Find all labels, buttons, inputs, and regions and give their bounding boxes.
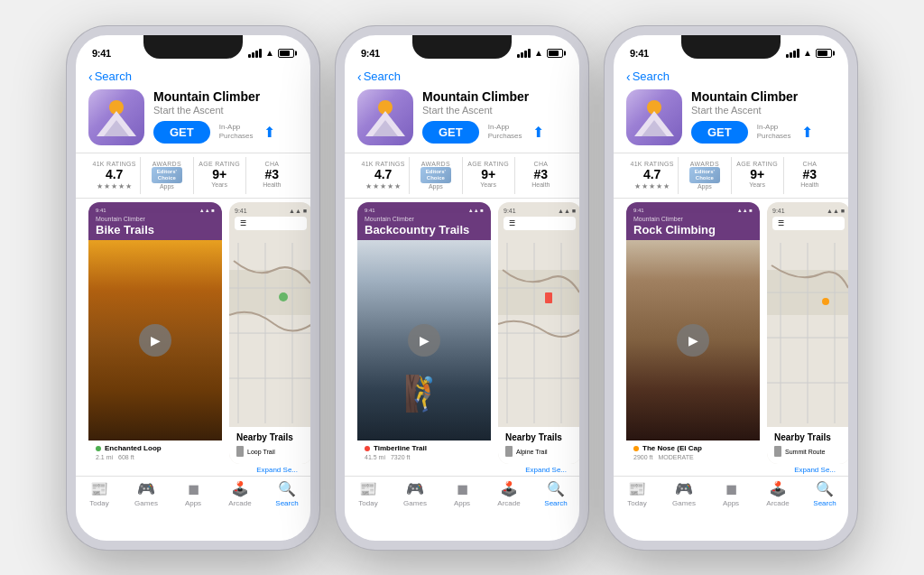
menu-icon-1: ☰ (240, 219, 246, 227)
tab-arcade-3[interactable]: 🕹️ Arcade (754, 480, 801, 507)
tab-search-3[interactable]: 🔍 Search (801, 480, 848, 507)
games-icon-3: 🎮 (675, 480, 693, 497)
awards-cell-1: AWARDS Editors' Choice Apps (141, 157, 193, 195)
svg-point-8 (279, 292, 288, 301)
app-header-3: ‹ Search Mountain Climber Start the A (614, 66, 848, 153)
ss-trail-info-1: Enchanted Loop 2.1 mi 608 ft (88, 441, 222, 464)
vol-up-btn-1 (67, 125, 69, 149)
tab-today-1[interactable]: 📰 Today (76, 480, 123, 507)
games-icon-2: 🎮 (406, 480, 424, 497)
nearby-header-2: Nearby Trails Alpine Trail (498, 427, 579, 464)
tab-search-1[interactable]: 🔍 Search (263, 480, 310, 507)
search-icon-2: 🔍 (547, 480, 565, 497)
expand-row-3[interactable]: Expand Se... (614, 464, 848, 476)
tab-games-3[interactable]: 🎮 Games (661, 480, 707, 507)
nearby-name-2: Alpine Trail (516, 449, 548, 455)
tab-games-1[interactable]: 🎮 Games (123, 480, 170, 507)
phone-frame-1: 9:41 ▲ ‹ Search (67, 26, 319, 550)
ss-image-3: ▶ (626, 240, 760, 441)
rating-cell-2: 41K RATINGS 4.7 ★★★★★ (357, 157, 410, 195)
back-label-2: Search (364, 70, 401, 83)
ratings-row-3: 41K RATINGS 4.7 ★★★★★ AWARDS Editors' Ch… (614, 153, 848, 199)
apps-icon-1: ◼ (188, 480, 199, 497)
notch-3 (681, 35, 781, 59)
rating-value-2: 4.7 (374, 167, 392, 182)
battery-icon-2 (547, 49, 563, 58)
tab-games-2[interactable]: 🎮 Games (392, 480, 439, 507)
nearby-title-2: Nearby Trails (505, 432, 574, 442)
app-action-row-1: GET In-App Purchases ⬆ (153, 121, 298, 144)
ss-mini-status-2: 9:41▲▲ ■ (365, 208, 484, 213)
signal-icon-3 (786, 49, 799, 58)
tab-apps-3[interactable]: ◼ Apps (707, 480, 754, 507)
phones-container: 9:41 ▲ ‹ Search (49, 8, 875, 568)
ss-app-name-1: Mountain Climber (96, 216, 215, 222)
tab-today-2[interactable]: 📰 Today (345, 480, 392, 507)
screenshot-secondary-2: 9:41▲▲ ■ ☰ Nearby Trails (498, 202, 579, 464)
app-title-block-2: Mountain Climber Start the Ascent GET In… (422, 89, 567, 144)
screenshot-main-3: 9:41▲▲ ■ Mountain Climber Rock Climbing … (626, 202, 760, 464)
star-1: ★ (97, 182, 103, 190)
tab-apps-1[interactable]: ◼ Apps (170, 480, 217, 507)
share-icon-1[interactable]: ⬆ (263, 124, 275, 141)
games-icon-1: 🎮 (137, 480, 155, 497)
chart-sub-1: Health (263, 181, 281, 188)
trail-name-row-2: Timberline Trail (365, 444, 484, 452)
star-3: ★ (111, 182, 117, 190)
trail-dist-1: 2.1 mi (96, 454, 113, 460)
app-icon-mountain-3 (634, 111, 674, 136)
back-search-2[interactable]: ‹ Search (357, 70, 567, 84)
nearby-title-1: Nearby Trails (236, 432, 305, 442)
map-header-2: 9:41▲▲ ■ ☰ (504, 208, 576, 230)
arcade-icon-2: 🕹️ (500, 480, 518, 497)
app-subtitle-2: Start the Ascent (422, 105, 567, 116)
age-cell-3: AGE RATING 9+ Years (732, 157, 784, 195)
notch-2 (412, 35, 512, 59)
screenshot-secondary-1: 9:41 ▲▲ ■ ☰ Nearby Trails (229, 202, 310, 464)
expand-row-1[interactable]: Expand Se... (76, 464, 310, 476)
share-icon-2[interactable]: ⬆ (532, 124, 544, 141)
trail-dot-3 (633, 446, 639, 451)
awards-cell-3: AWARDS Editors' Choice Apps (679, 157, 731, 195)
trail-stats-3: 2900 ft MODERATE (633, 454, 753, 460)
wifi-icon-1: ▲ (265, 48, 274, 58)
nearby-icon-3 (774, 446, 781, 457)
map-search-1: ☰ (235, 217, 307, 230)
tab-arcade-label-1: Arcade (228, 499, 251, 507)
vol-down-btn-1 (67, 156, 69, 180)
play-button-2[interactable]: ▶ (408, 324, 440, 357)
wifi-icon-3: ▲ (803, 48, 812, 58)
awards-cell-2: AWARDS Editors' Choice Apps (410, 157, 462, 195)
get-button-3[interactable]: GET (691, 121, 748, 144)
back-search-1[interactable]: ‹ Search (88, 70, 298, 84)
play-button-3[interactable]: ▶ (677, 324, 709, 357)
tab-arcade-2[interactable]: 🕹️ Arcade (485, 480, 532, 507)
ss-map-3: 9:41▲▲ ■ ☰ Nearby Trails (767, 202, 848, 464)
map-search-2: ☰ (504, 217, 576, 230)
tab-search-2[interactable]: 🔍 Search (532, 480, 579, 507)
phone-screen-1: 9:41 ▲ ‹ Search (76, 35, 310, 541)
ss-time-1: 9:41 (96, 208, 106, 213)
back-chevron-2: ‹ (357, 70, 362, 84)
tab-today-3[interactable]: 📰 Today (614, 480, 661, 507)
tab-apps-2[interactable]: ◼ Apps (439, 480, 485, 507)
app-icon-2 (357, 89, 413, 145)
get-button-2[interactable]: GET (422, 121, 479, 144)
app-subtitle-3: Start the Ascent (691, 105, 836, 116)
nearby-header-1: Nearby Trails Loop Trail (229, 427, 310, 464)
expand-row-2[interactable]: Expand Se... (345, 464, 579, 476)
awards-label-1: AWARDS (152, 161, 181, 167)
nearby-item-1: Loop Trail (236, 446, 305, 457)
play-button-1[interactable]: ▶ (139, 324, 171, 357)
vol-up-btn-2 (336, 125, 337, 149)
age-sub-1: Years (211, 181, 227, 188)
screenshot-row-2: 9:41▲▲ ■ Mountain Climber Backcountry Tr… (357, 202, 567, 464)
get-button-1[interactable]: GET (153, 121, 210, 144)
rating-label-1: 41K RATINGS (92, 161, 135, 167)
tab-arcade-1[interactable]: 🕹️ Arcade (217, 480, 263, 507)
status-icons-3: ▲ (786, 48, 832, 58)
share-icon-3[interactable]: ⬆ (801, 124, 813, 141)
svg-rect-10 (498, 270, 579, 315)
back-search-3[interactable]: ‹ Search (626, 70, 836, 84)
nearby-item-2: Alpine Trail (505, 446, 574, 457)
